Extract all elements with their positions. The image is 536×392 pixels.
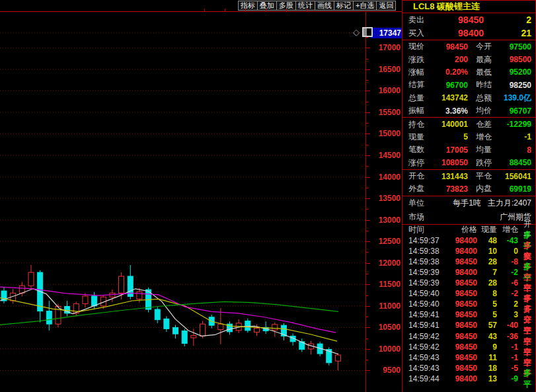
tape-row: 14:59:379840048-43多平 [402,235,535,246]
toolbar-button-返回[interactable]: 返回 [376,1,396,11]
tape-time: 14:59:42 [408,342,447,352]
quote-value: 97500 [498,42,531,52]
toolbar-button-标记[interactable]: 标记 [334,1,354,11]
candle-bullish [28,272,34,286]
quote-label: 平仓 [476,171,498,182]
tape-volume: 13 [477,374,497,383]
tape-volume: 5 [477,310,497,319]
quote-label: 仓差 [476,119,498,130]
tape-price: 98450 [447,332,477,341]
price-axis-label: 14500 [371,151,401,160]
quote-label: 跌停 [476,157,498,169]
quote-value: 73823 [431,184,468,194]
price-axis-label: 13500 [371,194,401,203]
quote-row: 振幅3.36%均价96707 [402,104,535,117]
diamond-marker-icon[interactable]: ◇ [353,28,360,36]
tape-price: 98450 [447,342,477,352]
ask-quantity: 2 [484,15,531,25]
quote-value: 5 [431,132,468,141]
quote-label: 均量 [476,144,498,155]
quote-value: -1 [498,132,531,141]
tape-position-change: -36 [497,332,518,341]
price-axis-label: 11500 [371,280,401,289]
instrument-title: LCL8 碳酸锂主连 [402,1,535,13]
axis-minor-tick [366,59,368,59]
quote-label: 涨停 [408,157,431,169]
quote-value: 139.0亿 [498,93,531,104]
candle-bearish [155,309,160,320]
quote-value: 98250 [498,81,531,90]
highlighted-price-label: 17347 [371,28,402,38]
tape-volume: 28 [477,257,497,266]
bid-quantity: 21 [484,28,531,38]
toolbar-button-统计[interactable]: 统计 [295,1,315,11]
kline-chart[interactable]: ◇ [0,11,365,392]
candle-bullish [218,324,223,329]
tape-volume: 48 [477,236,497,245]
tape-volume: 18 [477,364,497,373]
axis-major-tick [366,327,370,328]
axis-minor-tick [366,317,368,317]
quote-value: 8 [498,145,531,155]
axis-minor-tick [366,188,368,188]
quote-label: 最高 [476,54,498,65]
tape-volume: 28 [477,278,497,288]
quote-row: 结算96700昨结98250 [402,79,535,91]
tape-row: 14:59:439845018-5空平 [402,363,535,373]
kline-chart-canvas[interactable] [0,11,365,392]
tape-time: 14:59:39 [408,268,447,277]
quote-label: 笔数 [408,144,431,155]
tape-open-close-flag: 多平 [518,368,531,390]
price-axis-label: 10500 [371,323,401,332]
toolbar-button-叠加[interactable]: 叠加 [257,1,277,11]
tape-row: 14:59:39984007-2多平 [402,267,535,278]
candle-bullish [137,292,142,299]
toolbar-button-指标[interactable]: 指标 [238,1,258,11]
tape-header: 时间价格现量增仓开平 [402,225,535,235]
price-axis-label: 16500 [371,65,401,74]
window-pane-icon[interactable] [362,27,373,37]
candle-bullish [191,336,196,338]
quote-row: 涨幅0.20%最低95200 [402,66,535,79]
market-label: 市场 [408,212,431,223]
tape-position-change: -1 [497,353,518,362]
toolbar-button-画线[interactable]: 画线 [315,1,334,11]
tape-time: 14:59:38 [408,247,447,256]
quote-value: 108050 [431,158,468,167]
tape-volume: 10 [477,247,497,256]
tape-price: 98450 [447,310,477,319]
candle-bearish [245,321,250,331]
tape-price: 98450 [447,299,477,309]
tape-position-change: -40 [497,321,518,330]
price-axis: 1700016500160001550015000145001400013500… [365,11,402,392]
ask-label: 卖出 [408,15,436,26]
quote-value: 200 [431,55,468,64]
bid-row[interactable]: 买入 98400 21 [402,26,535,40]
quote-value: 96700 [431,81,468,90]
price-axis-label: 15000 [371,129,401,138]
quote-value: 3.36% [431,106,468,116]
tape-position-change: -9 [497,374,518,383]
quote-label: 总量 [408,93,431,104]
axis-minor-tick [366,145,368,145]
quote-value: 131443 [431,172,468,181]
price-axis-label: 12000 [371,258,401,268]
tape-time: 14:59:39 [408,278,447,288]
tape-column-header: 增仓 [497,224,518,235]
quote-label: 振幅 [408,105,431,116]
price-axis-label: 13000 [371,216,401,225]
tape-price: 98450 [447,353,477,362]
tape-price: 98450 [447,289,477,298]
axis-major-tick [366,198,370,199]
axis-minor-tick [366,123,368,124]
candle-bearish [182,331,187,344]
tape-time: 14:59:43 [408,364,447,373]
unit-label: 单位 [408,198,431,209]
tick-tape-list[interactable]: 14:59:379840048-43多平14:59:3898400100多换14… [402,235,535,384]
quote-value: 69919 [498,184,531,194]
toolbar-button-+自选[interactable]: +自选 [353,1,377,11]
tape-row: 14:59:429845043-36空平 [402,331,535,342]
tape-volume: 5 [477,299,497,309]
ask-row[interactable]: 卖出 98450 2 [402,13,535,26]
candle-bullish [335,355,340,361]
